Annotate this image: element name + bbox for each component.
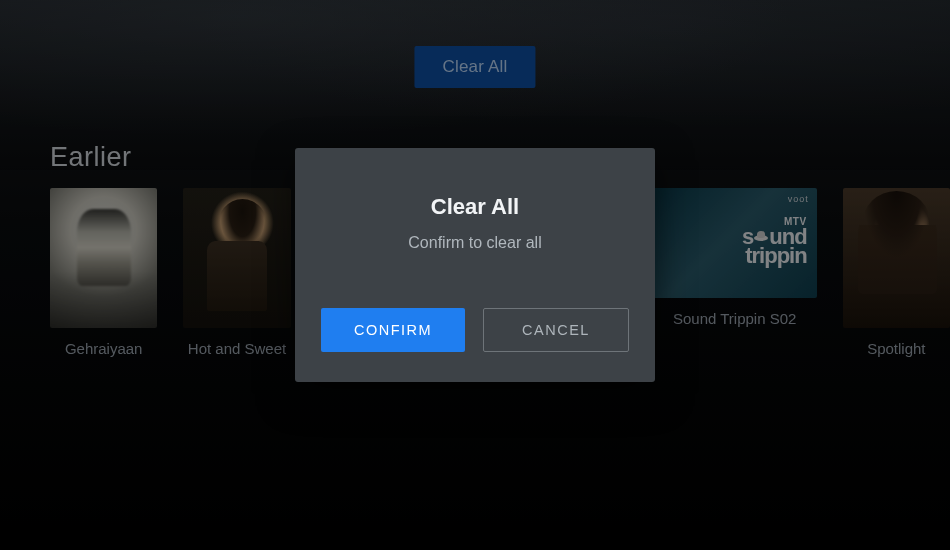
cancel-button[interactable]: CANCEL: [483, 308, 629, 352]
dialog-message: Confirm to clear all: [321, 234, 629, 252]
dialog-title: Clear All: [321, 194, 629, 220]
confirm-button[interactable]: CONFIRM: [321, 308, 465, 352]
dialog-actions: CONFIRM CANCEL: [321, 308, 629, 352]
app-root: Clear All Earlier Gehraiyaan Hot and Swe…: [0, 0, 950, 550]
clear-all-dialog: Clear All Confirm to clear all CONFIRM C…: [295, 148, 655, 382]
